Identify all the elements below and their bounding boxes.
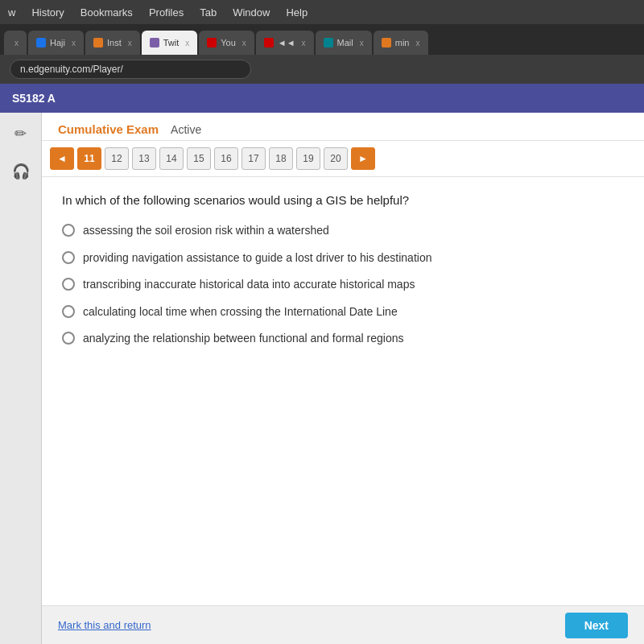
question-btn-16[interactable]: 16 bbox=[214, 147, 238, 170]
tab-1[interactable]: x bbox=[4, 31, 27, 55]
tab-close-twit[interactable]: x bbox=[185, 39, 189, 47]
tab-close-media[interactable]: x bbox=[302, 39, 306, 47]
exam-header: Cumulative Exam Active bbox=[42, 113, 644, 141]
headphone-icon[interactable]: 🎧 bbox=[8, 159, 34, 184]
tab-favicon-media bbox=[264, 38, 274, 47]
question-body: In which of the following scenarios woul… bbox=[42, 177, 644, 605]
tab-mail[interactable]: Mail x bbox=[316, 31, 372, 55]
question-btn-12[interactable]: 12 bbox=[105, 147, 129, 170]
url-input[interactable] bbox=[10, 60, 251, 79]
option-text-b: providing navigation assistance to guide… bbox=[83, 250, 431, 266]
question-navigation: ◄ 11 12 13 14 15 16 17 18 19 20 ► bbox=[42, 141, 644, 177]
question-btn-17[interactable]: 17 bbox=[242, 147, 266, 170]
tab-favicon-mail bbox=[324, 38, 333, 47]
radio-d[interactable] bbox=[62, 305, 75, 318]
tab-favicon-haji bbox=[36, 38, 46, 47]
tab-favicon-you bbox=[207, 38, 217, 47]
main-content: Cumulative Exam Active ◄ 11 12 13 14 15 … bbox=[42, 113, 644, 644]
tab-label-media: ◄◄ bbox=[278, 38, 295, 47]
tab-label-you: You bbox=[221, 38, 236, 47]
question-btn-13[interactable]: 13 bbox=[132, 147, 156, 170]
page-content: S5182 A ✏ 🎧 Cumulative Exam Active ◄ 11 … bbox=[0, 84, 644, 644]
next-question-button[interactable]: ► bbox=[351, 147, 375, 170]
exam-status: Active bbox=[171, 123, 201, 136]
radio-b[interactable] bbox=[62, 251, 75, 264]
tab-label-haji: Haji bbox=[50, 38, 65, 47]
tab-close-haji[interactable]: x bbox=[72, 39, 76, 47]
option-text-d: calculating local time when crossing the… bbox=[83, 304, 398, 320]
pencil-icon[interactable]: ✏ bbox=[8, 121, 34, 147]
tab-min[interactable]: min x bbox=[374, 31, 428, 55]
answer-option-a[interactable]: assessing the soil erosion risk within a… bbox=[62, 223, 624, 239]
mark-return-button[interactable]: Mark this and return bbox=[58, 619, 151, 631]
option-text-c: transcribing inaccurate historical data … bbox=[83, 277, 415, 293]
menu-item-profiles[interactable]: Profiles bbox=[149, 6, 184, 19]
header-bar: S5182 A bbox=[0, 84, 644, 113]
tab-favicon-twit bbox=[150, 38, 159, 47]
radio-c[interactable] bbox=[62, 278, 75, 291]
tab-close-mail[interactable]: x bbox=[360, 39, 364, 47]
menu-item-w[interactable]: w bbox=[8, 6, 15, 19]
tab-close-1[interactable]: x bbox=[14, 39, 19, 47]
question-btn-19[interactable]: 19 bbox=[296, 147, 320, 170]
tab-bar: x Haji x Inst x Twit x You x ◄◄ x Mail x… bbox=[0, 24, 644, 55]
tab-label-mail: Mail bbox=[337, 38, 353, 47]
tab-media[interactable]: ◄◄ x bbox=[256, 31, 314, 55]
tab-close-inst[interactable]: x bbox=[128, 39, 132, 47]
question-btn-18[interactable]: 18 bbox=[269, 147, 293, 170]
tab-favicon-inst bbox=[93, 38, 103, 47]
tab-label-min: min bbox=[395, 38, 410, 47]
menu-item-tab[interactable]: Tab bbox=[200, 6, 217, 19]
question-btn-14[interactable]: 14 bbox=[159, 147, 184, 170]
question-btn-15[interactable]: 15 bbox=[187, 147, 211, 170]
tab-close-min[interactable]: x bbox=[416, 39, 420, 47]
tab-label-twit: Twit bbox=[163, 38, 180, 47]
next-button[interactable]: Next bbox=[565, 613, 628, 638]
answer-option-e[interactable]: analyzing the relationship between funct… bbox=[62, 331, 624, 347]
tab-inst[interactable]: Inst x bbox=[85, 31, 140, 55]
tab-twit[interactable]: Twit x bbox=[142, 31, 198, 55]
menu-item-history[interactable]: History bbox=[31, 6, 64, 19]
prev-question-button[interactable]: ◄ bbox=[50, 147, 74, 170]
exam-label: Cumulative Exam bbox=[58, 122, 159, 136]
tab-label-inst: Inst bbox=[107, 38, 122, 47]
menu-item-window[interactable]: Window bbox=[233, 6, 270, 19]
tab-favicon-min bbox=[382, 38, 391, 47]
answer-option-b[interactable]: providing navigation assistance to guide… bbox=[62, 250, 624, 266]
question-btn-20[interactable]: 20 bbox=[324, 147, 348, 170]
exam-area: ✏ 🎧 Cumulative Exam Active ◄ 11 12 13 14… bbox=[0, 113, 644, 644]
answer-option-c[interactable]: transcribing inaccurate historical data … bbox=[62, 277, 624, 293]
menu-item-bookmarks[interactable]: Bookmarks bbox=[80, 6, 133, 19]
tab-close-you[interactable]: x bbox=[242, 39, 246, 47]
menu-item-help[interactable]: Help bbox=[286, 6, 308, 19]
tab-haji[interactable]: Haji x bbox=[28, 31, 84, 55]
question-text: In which of the following scenarios woul… bbox=[62, 193, 624, 207]
option-text-e: analyzing the relationship between funct… bbox=[83, 331, 403, 347]
radio-e[interactable] bbox=[62, 332, 75, 345]
page-title: S5182 A bbox=[12, 92, 56, 105]
menu-bar: w History Bookmarks Profiles Tab Window … bbox=[0, 0, 644, 24]
option-text-a: assessing the soil erosion risk within a… bbox=[83, 223, 329, 239]
question-btn-11[interactable]: 11 bbox=[77, 147, 101, 170]
address-bar bbox=[0, 55, 644, 84]
answer-option-d[interactable]: calculating local time when crossing the… bbox=[62, 304, 624, 320]
left-sidebar: ✏ 🎧 bbox=[0, 113, 42, 644]
tab-you[interactable]: You x bbox=[199, 31, 254, 55]
radio-a[interactable] bbox=[62, 224, 75, 237]
bottom-bar: Mark this and return Next bbox=[42, 605, 644, 644]
